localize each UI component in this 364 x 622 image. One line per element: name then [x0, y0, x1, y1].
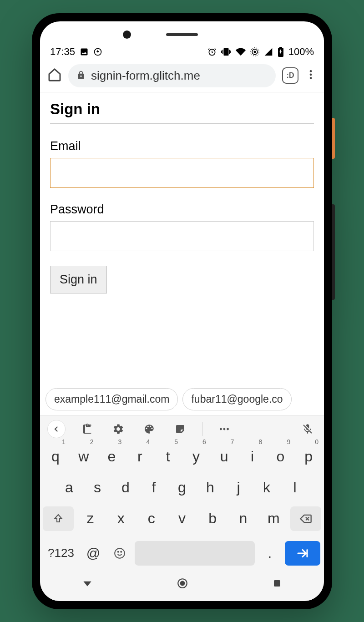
key-z[interactable]: z: [76, 506, 104, 531]
at-key[interactable]: @: [82, 541, 105, 566]
emoji-key[interactable]: [108, 541, 131, 566]
vibrate-icon: [221, 47, 231, 57]
shift-key[interactable]: [43, 506, 74, 531]
key-a[interactable]: a: [56, 475, 82, 500]
url-bar[interactable]: signin-form.glitch.me: [68, 64, 276, 87]
key-x[interactable]: x: [107, 506, 135, 531]
key-p[interactable]: p0: [296, 445, 321, 469]
key-m[interactable]: m: [260, 506, 288, 531]
nav-back-icon[interactable]: [81, 577, 93, 591]
more-horizontal-icon[interactable]: [215, 420, 233, 438]
browser-bar: signin-form.glitch.me :D: [40, 61, 324, 92]
clipboard-icon[interactable]: [78, 420, 96, 438]
battery-icon: [278, 47, 284, 57]
key-u[interactable]: u7: [212, 445, 237, 469]
keyboard-back-icon[interactable]: [47, 420, 66, 438]
svg-point-9: [310, 77, 312, 79]
key-q[interactable]: q1: [43, 445, 68, 469]
android-nav-bar: [40, 570, 324, 601]
suggestion-chip[interactable]: example111@gmail.com: [46, 388, 178, 410]
keyboard-bottom-row: ?123 @ .: [40, 541, 324, 570]
key-t[interactable]: t5: [155, 445, 181, 469]
svg-point-7: [310, 70, 312, 72]
battery-text: 100%: [288, 46, 314, 58]
status-time: 17:35: [50, 46, 75, 58]
nav-recent-icon[interactable]: [272, 578, 283, 591]
svg-rect-18: [274, 580, 280, 587]
key-k[interactable]: k: [254, 475, 279, 500]
autofill-suggestions: example111@gmail.com fubar11@google.co: [40, 384, 324, 415]
svg-point-11: [223, 428, 226, 430]
downloads-icon: [93, 47, 102, 56]
hotspot-icon: [250, 47, 259, 56]
svg-point-10: [220, 428, 222, 430]
page-title: Sign in: [50, 96, 314, 124]
key-e[interactable]: e3: [99, 445, 125, 469]
key-j[interactable]: j: [226, 475, 251, 500]
key-f[interactable]: f: [141, 475, 167, 500]
keyboard-keys: q1w2e3r4t5y6u7i8o9p0 asdfghjkl zxcvbnm: [40, 443, 324, 541]
key-c[interactable]: c: [137, 506, 165, 531]
picture-icon: [80, 47, 89, 56]
status-bar: 17:35: [40, 34, 324, 61]
gear-icon[interactable]: [109, 420, 127, 438]
svg-point-15: [121, 551, 121, 552]
svg-rect-6: [279, 47, 282, 48]
key-n[interactable]: n: [229, 506, 257, 531]
key-s[interactable]: s: [85, 475, 110, 500]
more-icon[interactable]: [305, 69, 317, 82]
page-content: Sign in Email Password Sign in: [40, 92, 324, 384]
key-l[interactable]: l: [282, 475, 308, 500]
key-v[interactable]: v: [168, 506, 196, 531]
symbols-key[interactable]: ?123: [44, 541, 78, 566]
svg-point-8: [310, 74, 312, 76]
email-field[interactable]: [50, 158, 314, 188]
key-o[interactable]: o9: [268, 445, 293, 469]
on-screen-keyboard: q1w2e3r4t5y6u7i8o9p0 asdfghjkl zxcvbnm ?…: [40, 415, 324, 570]
nav-home-icon[interactable]: [177, 577, 188, 591]
wifi-icon: [236, 47, 246, 57]
home-icon[interactable]: [47, 67, 62, 84]
key-d[interactable]: d: [113, 475, 138, 500]
enter-key[interactable]: [285, 541, 320, 566]
key-r[interactable]: r4: [127, 445, 152, 469]
tabs-button[interactable]: :D: [282, 67, 298, 84]
signin-button[interactable]: Sign in: [50, 266, 107, 293]
password-field[interactable]: [50, 221, 314, 251]
svg-point-2: [253, 51, 256, 53]
signal-icon: [264, 47, 273, 56]
suggestion-chip[interactable]: fubar11@google.co: [182, 388, 291, 410]
key-w[interactable]: w2: [71, 445, 96, 469]
spacebar-key[interactable]: [135, 541, 255, 566]
keyboard-toolbar: [40, 415, 324, 443]
key-b[interactable]: b: [199, 506, 227, 531]
password-label: Password: [50, 202, 314, 217]
period-key[interactable]: .: [258, 541, 281, 566]
palette-icon[interactable]: [140, 420, 158, 438]
key-h[interactable]: h: [197, 475, 223, 500]
sticker-icon[interactable]: [171, 420, 189, 438]
mic-off-icon[interactable]: [298, 420, 317, 438]
lock-icon: [76, 69, 86, 83]
svg-point-14: [118, 551, 119, 552]
key-g[interactable]: g: [169, 475, 195, 500]
svg-point-17: [180, 581, 185, 586]
key-i[interactable]: i8: [240, 445, 265, 469]
svg-point-12: [227, 428, 229, 430]
backspace-key[interactable]: [290, 506, 321, 531]
svg-point-13: [115, 548, 125, 558]
alarm-icon: [207, 47, 217, 56]
key-y[interactable]: y6: [183, 445, 209, 469]
email-label: Email: [50, 139, 314, 153]
url-text: signin-form.glitch.me: [91, 69, 200, 83]
